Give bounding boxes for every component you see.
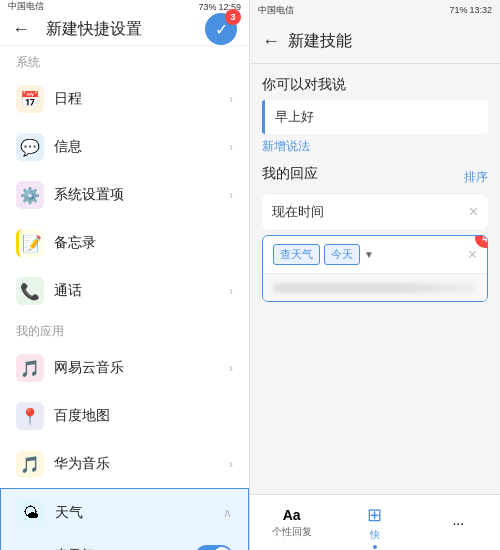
huawei-label: 华为音乐 bbox=[54, 455, 219, 473]
tab-personal-reply[interactable]: Aa 个性回复 bbox=[250, 501, 333, 545]
schedule-icon: 📅 bbox=[16, 85, 44, 113]
list-item-weather[interactable]: 🌤 天气 ∧ bbox=[1, 489, 248, 537]
right-top-bar: ← 新建技能 bbox=[250, 20, 500, 64]
settings-label: 系统设置项 bbox=[54, 186, 219, 204]
message-label: 信息 bbox=[54, 138, 219, 156]
check-icon: ✓ bbox=[215, 20, 228, 39]
right-status-left: 中国电信 bbox=[258, 4, 294, 17]
tab-active-indicator bbox=[373, 545, 377, 549]
memo-label: 备忘录 bbox=[54, 234, 233, 252]
left-page-title: 新建快捷设置 bbox=[46, 19, 142, 40]
list-item-netease[interactable]: 🎵 网易云音乐 › bbox=[0, 344, 249, 392]
sub-item-check-weather[interactable]: 查天气 2 bbox=[1, 537, 248, 550]
list-item-settings[interactable]: ⚙️ 系统设置项 › bbox=[0, 171, 249, 219]
left-top-bar: ← 新建快捷设置 ✓ 3 bbox=[0, 13, 249, 46]
right-content: 你可以对我说 早上好 新增说法 我的回应 排序 现在时间 × 查天气 今天 ▼ bbox=[250, 64, 500, 494]
netease-chevron-icon: › bbox=[229, 361, 233, 375]
call-chevron-icon: › bbox=[229, 284, 233, 298]
weather-chevron-up-icon: ∧ bbox=[223, 506, 232, 520]
list-item-message[interactable]: 💬 信息 › bbox=[0, 123, 249, 171]
schedule-label: 日程 bbox=[54, 90, 219, 108]
weather-toggle[interactable]: 2 bbox=[196, 545, 232, 550]
list-item-call[interactable]: 📞 通话 › bbox=[0, 267, 249, 315]
weather-section-highlighted: 🌤 天气 ∧ 查天气 2 bbox=[0, 488, 249, 550]
left-status-left: 中国电信 bbox=[8, 0, 44, 13]
right-status-right: 71% 13:32 bbox=[449, 5, 492, 15]
huawei-icon: 🎵 bbox=[16, 450, 44, 478]
badge-3: 3 bbox=[225, 9, 241, 25]
right-panel: 中国电信 71% 13:32 ← 新建技能 你可以对我说 早上好 新增说法 我的… bbox=[250, 0, 500, 550]
sort-button[interactable]: 排序 bbox=[464, 169, 488, 186]
response-header: 我的回应 排序 bbox=[262, 165, 488, 189]
response-item-time: 现在时间 × bbox=[262, 195, 488, 229]
weather-label: 天气 bbox=[55, 504, 213, 522]
weather-tag1: 查天气 bbox=[273, 244, 320, 265]
message-icon: 💬 bbox=[16, 133, 44, 161]
netease-label: 网易云音乐 bbox=[54, 359, 219, 377]
weather-tags: 查天气 今天 ▼ bbox=[273, 244, 374, 265]
huawei-chevron-icon: › bbox=[229, 457, 233, 471]
right-status-bar: 中国电信 71% 13:32 bbox=[250, 0, 500, 20]
tab-quick[interactable]: ⊞ 快 bbox=[333, 498, 416, 548]
call-label: 通话 bbox=[54, 282, 219, 300]
settings-chevron-icon: › bbox=[229, 188, 233, 202]
response-label: 我的回应 bbox=[262, 165, 318, 183]
weather-response-box[interactable]: 查天气 今天 ▼ × 4 bbox=[262, 235, 488, 302]
weather-preview-blur bbox=[273, 283, 477, 293]
left-panel: 中国电信 73% 12:59 ← 新建快捷设置 ✓ 3 系统 📅 日程 › 💬 … bbox=[0, 0, 250, 550]
netease-icon: 🎵 bbox=[16, 354, 44, 382]
response-close-button[interactable]: × bbox=[469, 203, 478, 221]
more-icon: ··· bbox=[452, 515, 464, 531]
sub-item-label: 查天气 bbox=[55, 546, 196, 550]
left-top-bar-left: ← 新建快捷设置 bbox=[12, 19, 142, 40]
phrase-box: 早上好 bbox=[262, 100, 488, 134]
list-item-memo[interactable]: 📝 备忘录 bbox=[0, 219, 249, 267]
right-battery: 71% bbox=[449, 5, 467, 15]
right-page-title: 新建技能 bbox=[288, 31, 352, 52]
list-item-schedule[interactable]: 📅 日程 › bbox=[0, 75, 249, 123]
settings-icon: ⚙️ bbox=[16, 181, 44, 209]
response-section: 我的回应 排序 现在时间 × 查天气 今天 ▼ × bbox=[262, 165, 488, 308]
system-section-label: 系统 bbox=[0, 46, 249, 75]
baidu-icon: 📍 bbox=[16, 402, 44, 430]
weather-tag2: 今天 bbox=[324, 244, 360, 265]
response-item-text: 现在时间 bbox=[272, 203, 324, 221]
left-carrier: 中国电信 bbox=[8, 0, 44, 13]
add-saying-link[interactable]: 新增说法 bbox=[262, 138, 488, 155]
baidu-label: 百度地图 bbox=[54, 407, 233, 425]
right-back-button[interactable]: ← bbox=[262, 31, 280, 52]
weather-arrow-icon[interactable]: ▼ bbox=[364, 249, 374, 260]
weather-close-button[interactable]: × bbox=[468, 246, 477, 264]
say-section: 你可以对我说 早上好 新增说法 bbox=[262, 76, 488, 155]
schedule-chevron-icon: › bbox=[229, 92, 233, 106]
weather-box-header: 查天气 今天 ▼ × bbox=[263, 236, 487, 273]
personal-reply-label: 个性回复 bbox=[272, 525, 312, 539]
call-icon: 📞 bbox=[16, 277, 44, 305]
bottom-tabs: Aa 个性回复 ⊞ 快 ··· bbox=[250, 494, 500, 550]
left-confirm-button[interactable]: ✓ 3 bbox=[205, 13, 237, 45]
right-time: 13:32 bbox=[469, 5, 492, 15]
memo-icon: 📝 bbox=[16, 229, 44, 257]
tab-more[interactable]: ··· bbox=[417, 509, 500, 537]
personal-reply-icon: Aa bbox=[283, 507, 301, 523]
weather-preview bbox=[263, 273, 487, 301]
list-item-huawei[interactable]: 🎵 华为音乐 › bbox=[0, 440, 249, 488]
myapps-section-label: 我的应用 bbox=[0, 315, 249, 344]
message-chevron-icon: › bbox=[229, 140, 233, 154]
left-back-button[interactable]: ← bbox=[12, 19, 30, 40]
quick-icon: ⊞ bbox=[367, 504, 382, 526]
right-carrier: 中国电信 bbox=[258, 4, 294, 17]
say-label: 你可以对我说 bbox=[262, 76, 488, 94]
quick-label: 快 bbox=[370, 528, 380, 542]
left-battery: 73% bbox=[198, 2, 216, 12]
weather-icon: 🌤 bbox=[17, 499, 45, 527]
list-item-baidu[interactable]: 📍 百度地图 bbox=[0, 392, 249, 440]
left-status-bar: 中国电信 73% 12:59 bbox=[0, 0, 249, 13]
